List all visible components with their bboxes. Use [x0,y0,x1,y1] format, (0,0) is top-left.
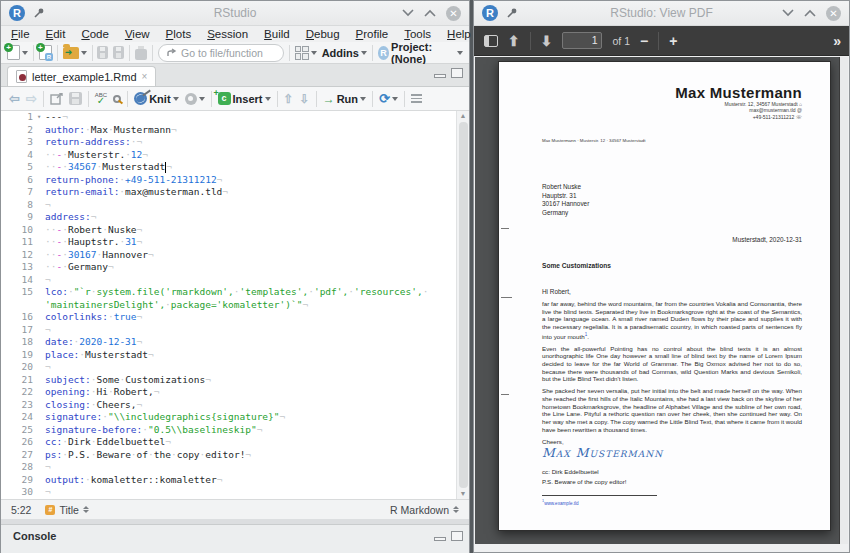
scrollbar-thumb[interactable] [459,122,468,488]
code-line[interactable]: 11··-·Hauptstr.·31¬ [1,236,469,249]
outline-toggle-icon[interactable] [411,92,422,105]
insert-chunk-button[interactable]: c Insert [218,92,271,105]
pane-maximize-icon[interactable] [451,531,463,541]
code-line[interactable]: 24signature:·"\\includegraphics{signatur… [1,411,469,424]
sidebar-toggle-icon[interactable] [484,35,498,47]
code-line[interactable]: 3return-address:·¬ [1,136,469,149]
code-line[interactable]: 26cc:·Dirk·Eddelbuettel¬ [1,436,469,449]
pane-minimize-icon[interactable] [434,537,446,541]
previous-page-icon[interactable]: ⬆ [508,33,520,49]
right-titlebar[interactable]: R RStudio: View PDF ✕ [474,1,849,26]
menu-build[interactable]: Build [264,28,290,40]
project-menu-button[interactable]: R Project: (None) [378,41,463,65]
footnote-link[interactable]: 1www.example.tld [542,498,802,507]
code-line[interactable]: 1▾---¬ [1,111,469,124]
save-icon[interactable] [97,46,108,59]
code-line[interactable]: 4··-·Musterstr.·12¬ [1,149,469,162]
settings-button[interactable] [185,93,205,105]
menu-edit[interactable]: Edit [46,28,66,40]
new-file-button[interactable]: + [7,45,28,60]
code-line[interactable]: 30¬ [1,486,469,499]
zoom-out-button[interactable]: − [640,33,648,49]
tab-close-icon[interactable]: × [142,71,148,82]
panes-layout-button[interactable] [295,46,317,60]
menu-session[interactable]: Session [207,28,248,40]
code-line[interactable]: 18date:·2020-12-31¬ [1,336,469,349]
more-tools-icon[interactable]: » [833,33,839,49]
forward-icon[interactable]: ⇨ [26,91,37,106]
pdf-scrollbar[interactable] [839,57,848,544]
maximize-icon[interactable] [804,9,816,17]
editor-scrollbar[interactable]: ▲ ▼ [456,111,469,499]
code-line[interactable]: 28¬ [1,461,469,474]
open-file-button[interactable] [63,47,87,59]
code-line[interactable]: 17¬ [1,324,469,337]
code-line[interactable]: 19place:·Musterstadt¬ [1,349,469,362]
file-type-selector[interactable]: R Markdown [390,504,459,516]
close-icon[interactable]: ✕ [446,6,461,21]
goto-file-input[interactable]: Go to file/function [158,44,284,62]
code-line[interactable]: 22opening:·Hi·Robert,¬ [1,386,469,399]
popout-icon[interactable] [50,93,63,105]
code-editor[interactable]: 1▾---¬2author:·Max·Mustermann¬3return-ad… [1,111,469,499]
search-icon[interactable] [113,95,121,103]
code-line[interactable]: 25signature-before:·"0.5\\baselineskip"¬ [1,424,469,437]
code-line[interactable]: 8¬ [1,199,469,212]
code-line[interactable]: 27ps:·P.S.·Beware·of·the·copy·editor!¬ [1,449,469,462]
back-icon[interactable]: ⇦ [9,91,20,106]
knit-button[interactable]: Knit [134,92,178,105]
menu-tools[interactable]: Tools [404,28,431,40]
menu-profile[interactable]: Profile [356,28,389,40]
page-number-input[interactable]: 1 [562,32,602,49]
menu-debug[interactable]: Debug [306,28,340,40]
code-line[interactable]: 12··-·30167·Hannover¬ [1,249,469,262]
minimize-icon[interactable] [782,9,794,17]
code-line[interactable]: 21subject:·Some·Customizations¬ [1,374,469,387]
scroll-down-icon[interactable]: ▼ [460,489,467,499]
menu-file[interactable]: File [11,28,30,40]
menu-plots[interactable]: Plots [166,28,192,40]
tab-letter-example1[interactable]: letter_example1.Rmd × [7,66,156,86]
pin-icon[interactable] [506,7,518,19]
code-line[interactable]: 7return-email:·max@musterman.tld¬ [1,186,469,199]
run-previous-icon[interactable]: ⇧ [284,92,294,106]
pdf-viewport[interactable]: Max Mustermann Musterstr. 12, 34567 Must… [475,57,848,544]
code-line[interactable]: 15lco:·"`r·system.file('rmarkdown',·'tem… [1,286,469,299]
run-next-icon[interactable]: ⇩ [300,92,310,106]
code-line[interactable]: 'maintainersDelight',·package='komalette… [1,299,469,312]
code-line[interactable]: 20¬ [1,361,469,374]
fold-arrow-icon[interactable]: ▾ [33,111,45,124]
maximize-icon[interactable] [424,9,436,17]
code-line[interactable]: 9address:¬ [1,211,469,224]
code-line[interactable]: 5··-·34567·Musterstadt¬ [1,161,469,174]
pane-minimize-icon[interactable] [434,74,446,78]
save-icon[interactable] [69,92,82,105]
save-all-icon[interactable] [113,46,124,59]
menu-help[interactable]: Help [447,28,471,40]
code-line[interactable]: 23closing:·Cheers,¬ [1,399,469,412]
code-line[interactable]: 10··-·Robert·Nuske¬ [1,224,469,237]
code-line[interactable]: 6return-phone:·+49-511-21311212¬ [1,174,469,187]
left-titlebar[interactable]: R RStudio ✕ [1,1,469,26]
menu-code[interactable]: Code [81,28,109,40]
code-line[interactable]: 13··-·Germany¬ [1,261,469,274]
code-line[interactable]: 2author:·Max·Mustermann¬ [1,124,469,137]
code-line[interactable]: 16colorlinks:·true¬ [1,311,469,324]
print-icon[interactable] [135,49,147,60]
zoom-in-button[interactable]: + [669,33,677,49]
rerun-button[interactable]: ⟳ [379,91,398,106]
new-project-button[interactable]: +R [39,45,52,60]
run-button[interactable]: → Run [323,92,366,106]
pane-maximize-icon[interactable] [451,68,463,78]
next-page-icon[interactable]: ⬇ [541,33,553,49]
close-icon[interactable]: ✕ [826,6,841,21]
pin-icon[interactable] [33,7,45,19]
spellcheck-icon[interactable]: ABC✓ [95,93,107,105]
addins-button[interactable]: Addins [322,47,367,59]
scope-selector[interactable]: # Title [45,504,88,516]
code-line[interactable]: 14¬ [1,274,469,287]
scroll-up-icon[interactable]: ▲ [460,111,467,121]
menu-view[interactable]: View [125,28,150,40]
minimize-icon[interactable] [402,9,414,17]
code-line[interactable]: 29output:·komaletter::komaletter¬ [1,474,469,487]
